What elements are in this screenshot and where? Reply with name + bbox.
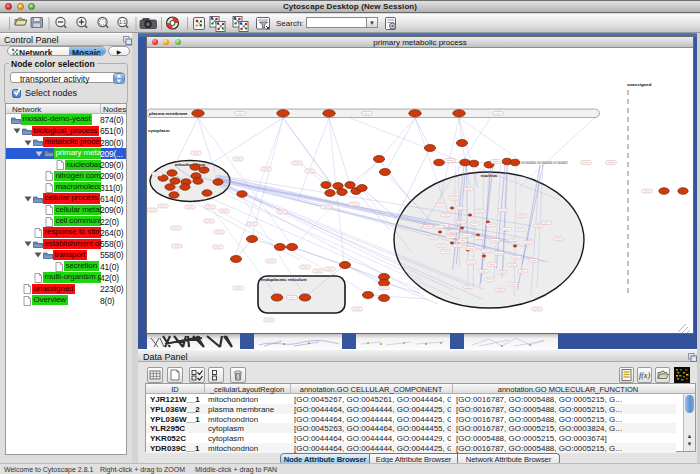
svg-text:plasma membrane: plasma membrane bbox=[149, 111, 188, 116]
svg-text:GO:0044464, GO:0044444, GO:004: GO:0044464, GO:0044444, GO:0044422 bbox=[521, 161, 568, 165]
svg-text:1:1: 1:1 bbox=[119, 19, 126, 25]
svg-text:f(x): f(x) bbox=[639, 371, 650, 380]
svg-text:cytoplasm: cytoplasm bbox=[148, 128, 170, 133]
svg-text:endoplasmic reticulum: endoplasmic reticulum bbox=[261, 277, 307, 282]
svg-text:unassigned: unassigned bbox=[627, 82, 652, 87]
